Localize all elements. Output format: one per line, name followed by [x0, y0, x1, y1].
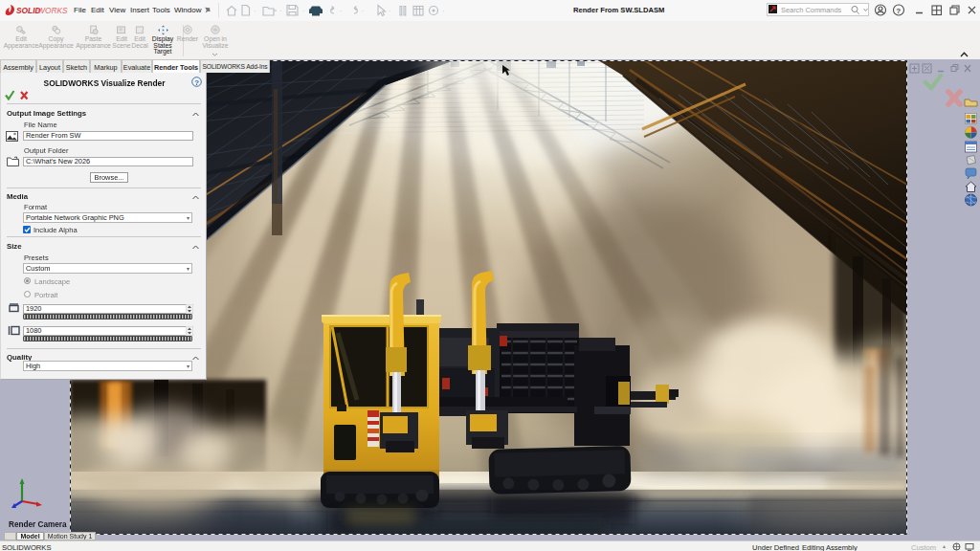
svg-text:WORKS: WORKS	[37, 6, 68, 15]
svg-text:·: ·	[279, 7, 282, 15]
svg-text:·: ·	[340, 7, 343, 15]
svg-text:·: ·	[442, 7, 445, 15]
svg-text:·: ·	[389, 7, 391, 15]
svg-text:·: ·	[302, 7, 305, 15]
svg-text:·: ·	[254, 7, 256, 15]
svg-text:?: ?	[896, 7, 901, 15]
svg-text:·: ·	[362, 7, 365, 15]
svg-text:?: ?	[194, 78, 199, 87]
svg-text:Search Commands: Search Commands	[781, 6, 842, 14]
